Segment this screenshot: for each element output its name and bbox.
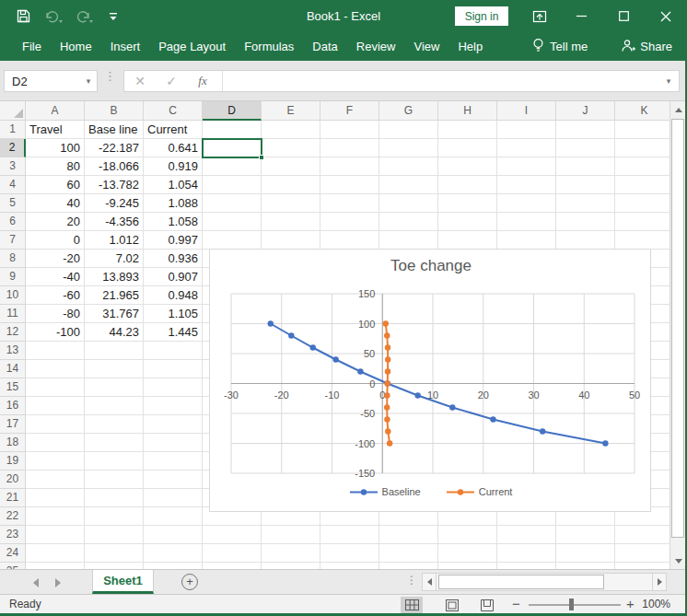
cell-A14[interactable] <box>26 360 85 378</box>
previous-sheet-icon[interactable] <box>33 578 39 587</box>
cell-C22[interactable] <box>144 507 203 526</box>
cell-D1[interactable] <box>203 121 262 139</box>
cell-C18[interactable] <box>144 434 203 452</box>
row-header-9[interactable]: 9 <box>0 268 26 286</box>
cell-H4[interactable] <box>438 176 497 194</box>
cell-D25[interactable] <box>203 563 262 569</box>
horizontal-scrollbar[interactable] <box>422 573 667 591</box>
cell-F3[interactable] <box>320 157 379 176</box>
cell-D23[interactable] <box>203 526 262 544</box>
row-header-1[interactable]: 1 <box>0 121 26 139</box>
tell-me-button[interactable]: Tell me <box>532 38 588 55</box>
cell-C9[interactable]: 0.907 <box>144 268 203 286</box>
cell-C12[interactable]: 1.445 <box>144 323 203 342</box>
ribbon-tab-review[interactable]: Review <box>356 40 396 53</box>
row-header-19[interactable]: 19 <box>0 452 26 471</box>
cell-H5[interactable] <box>438 194 497 213</box>
cell-C2[interactable]: 0.641 <box>144 139 203 157</box>
cell-A17[interactable] <box>26 415 85 434</box>
row-header-5[interactable]: 5 <box>0 194 26 213</box>
legend-item-baseline[interactable]: Baseline <box>350 486 421 497</box>
cell-J6[interactable] <box>556 213 615 231</box>
cell-F6[interactable] <box>320 213 379 231</box>
row-header-15[interactable]: 15 <box>0 378 26 397</box>
ribbon-tab-formulas[interactable]: Formulas <box>244 40 294 53</box>
cell-J1[interactable] <box>556 121 615 139</box>
cell-B10[interactable]: 21.965 <box>85 286 144 305</box>
cell-A19[interactable] <box>26 452 85 471</box>
zoom-level[interactable]: 100% <box>639 598 670 610</box>
cell-G23[interactable] <box>379 526 438 544</box>
cell-C4[interactable]: 1.054 <box>144 176 203 194</box>
cell-A6[interactable]: 20 <box>26 213 85 231</box>
cell-K7[interactable] <box>615 231 670 250</box>
ribbon-tab-insert[interactable]: Insert <box>111 40 141 53</box>
cell-C7[interactable]: 0.997 <box>144 231 203 250</box>
cell-B3[interactable]: -18.066 <box>85 157 144 176</box>
cell-I2[interactable] <box>497 139 556 157</box>
cell-K4[interactable] <box>615 176 670 194</box>
cell-A15[interactable] <box>26 378 85 397</box>
data-point-current[interactable] <box>384 416 390 422</box>
cell-E5[interactable] <box>262 194 320 213</box>
cell-C15[interactable] <box>144 378 203 397</box>
select-all-button[interactable] <box>0 101 26 121</box>
cell-D3[interactable] <box>203 157 262 176</box>
ribbon-tab-page-layout[interactable]: Page Layout <box>158 40 226 53</box>
cell-A5[interactable]: 40 <box>26 194 85 213</box>
ribbon-tab-help[interactable]: Help <box>458 40 483 53</box>
cell-E23[interactable] <box>262 526 320 544</box>
cell-E1[interactable] <box>262 121 320 139</box>
data-point-current[interactable] <box>385 356 390 362</box>
column-header-D[interactable]: D <box>203 101 262 121</box>
cell-C25[interactable] <box>144 563 203 569</box>
cell-B22[interactable] <box>85 507 144 526</box>
page-layout-view-icon[interactable] <box>441 597 463 613</box>
cell-A13[interactable] <box>26 342 85 360</box>
cell-I7[interactable] <box>497 231 556 250</box>
cell-J24[interactable] <box>556 544 615 563</box>
cell-E4[interactable] <box>262 176 320 194</box>
data-point-current[interactable] <box>384 404 390 410</box>
scroll-right-arrow-icon[interactable] <box>652 573 667 591</box>
selected-cell-outline[interactable] <box>202 138 262 158</box>
cell-I23[interactable] <box>497 526 556 544</box>
cell-E25[interactable] <box>262 563 320 569</box>
cell-D5[interactable] <box>203 194 262 213</box>
row-header-24[interactable]: 24 <box>0 544 26 563</box>
data-point-baseline[interactable] <box>449 404 455 410</box>
cell-C21[interactable] <box>144 489 203 507</box>
zoom-slider-handle[interactable] <box>569 599 574 610</box>
row-header-21[interactable]: 21 <box>0 489 26 507</box>
ribbon-tab-file[interactable]: File <box>22 40 41 53</box>
cell-C16[interactable] <box>144 397 203 415</box>
cancel-icon[interactable]: ✕ <box>124 74 156 88</box>
cell-K6[interactable] <box>615 213 670 231</box>
cell-A9[interactable]: -40 <box>26 268 85 286</box>
cell-B9[interactable]: 13.893 <box>85 268 144 286</box>
cell-K2[interactable] <box>615 139 670 157</box>
data-point-current[interactable] <box>385 380 390 386</box>
column-header-I[interactable]: I <box>497 101 556 121</box>
column-header-B[interactable]: B <box>85 101 144 121</box>
chart[interactable]: -30-20-1001020304050-150-100-50050100150… <box>209 249 651 512</box>
cell-C5[interactable]: 1.088 <box>144 194 203 213</box>
cell-J3[interactable] <box>556 157 615 176</box>
cell-B12[interactable]: 44.23 <box>85 323 144 342</box>
cell-D24[interactable] <box>203 544 262 563</box>
cell-I1[interactable] <box>497 121 556 139</box>
cell-B25[interactable] <box>85 563 144 569</box>
data-point-baseline[interactable] <box>310 344 316 350</box>
next-sheet-icon[interactable] <box>55 578 61 587</box>
insert-function-icon[interactable]: fx <box>187 74 218 88</box>
scroll-left-arrow-icon[interactable] <box>422 573 437 591</box>
cell-J25[interactable] <box>556 563 615 569</box>
cell-A3[interactable]: 80 <box>26 157 85 176</box>
minimize-button[interactable] <box>560 0 602 32</box>
data-point-baseline[interactable] <box>268 320 274 326</box>
cell-F23[interactable] <box>320 526 379 544</box>
cell-A20[interactable] <box>26 471 85 489</box>
zoom-out-icon[interactable]: − <box>512 596 520 611</box>
vertical-scrollbar[interactable] <box>670 101 685 569</box>
cell-J23[interactable] <box>556 526 615 544</box>
